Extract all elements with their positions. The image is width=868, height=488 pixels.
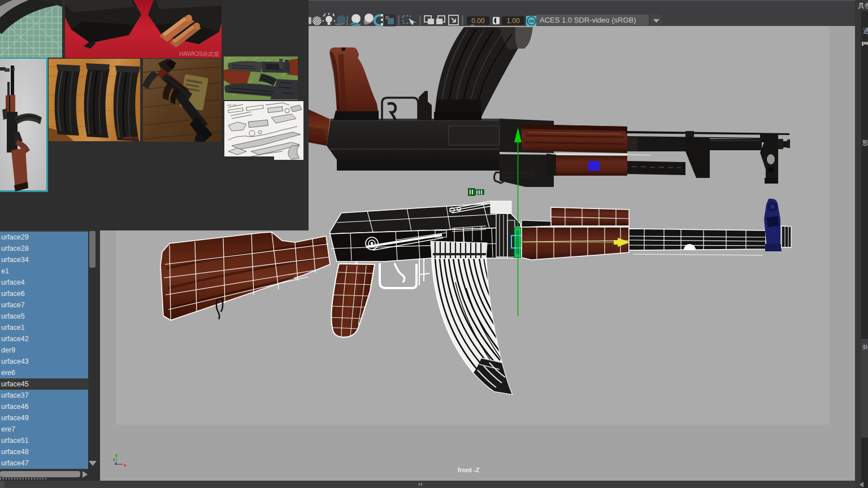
svg-text:z: z bbox=[113, 457, 115, 461]
svg-text:x: x bbox=[124, 463, 127, 468]
svg-text:HAWK26讲武堂: HAWK26讲武堂 bbox=[179, 51, 219, 57]
svg-text:AK-47: AK-47 bbox=[227, 103, 237, 107]
svg-text:HAWK26: HAWK26 bbox=[122, 136, 138, 140]
svg-text:1.00: 1.00 bbox=[506, 17, 520, 25]
svg-text:ACES 1.0 SDR-video (sRGB): ACES 1.0 SDR-video (sRGB) bbox=[540, 16, 636, 24]
svg-text:ON: ON bbox=[528, 19, 535, 23]
svg-text:0.00: 0.00 bbox=[471, 17, 485, 25]
